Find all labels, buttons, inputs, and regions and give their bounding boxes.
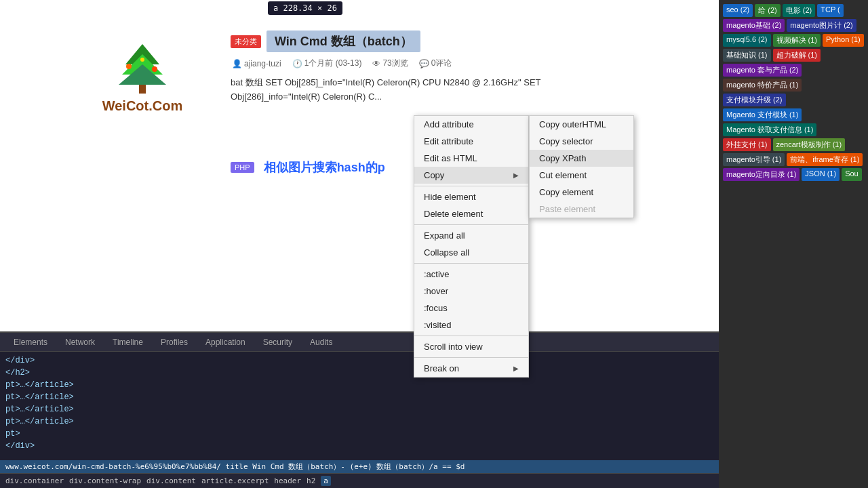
code-line-2: </h2>	[5, 367, 713, 379]
sidebar-tag[interactable]: magento 特价产品 (1)	[723, 79, 802, 92]
menu-edit-attribute[interactable]: Edit attribute	[414, 133, 528, 150]
sidebar-tag[interactable]: 电影 (2)	[783, 4, 816, 17]
breadcrumb-content[interactable]: div.content	[146, 476, 196, 485]
post-author: 👤 ajiang-tuzi	[232, 58, 281, 69]
code-line-4: pt>…</article>	[5, 391, 713, 403]
post-title-row: 未分类 Win Cmd 数组（batch）	[231, 30, 570, 52]
php-badge[interactable]: PHP	[231, 162, 254, 173]
break-on-arrow: ▶	[513, 365, 519, 372]
sidebar-tag[interactable]: magento定向目录 (1)	[723, 168, 800, 181]
logo-icon	[108, 41, 176, 95]
menu-hide-element[interactable]: Hide element	[414, 188, 528, 205]
breadcrumb-content-wrap[interactable]: div.content-wrap	[69, 476, 141, 485]
menu-focus[interactable]: :focus	[414, 300, 528, 317]
right-sidebar: seo (2)给 (2)电影 (2)TCP (magento基础 (2)mage…	[719, 0, 868, 488]
breadcrumb-a[interactable]: a	[321, 476, 331, 486]
submenu-copy-element[interactable]: Copy element	[530, 184, 633, 201]
sidebar-tag[interactable]: 给 (2)	[755, 4, 781, 17]
sidebar-tag[interactable]: seo (2)	[723, 4, 753, 17]
code-line-5: pt>…</article>	[5, 403, 713, 415]
tab-application[interactable]: Application	[197, 335, 254, 350]
devtools-tabs: Elements Network Timeline Profiles Appli…	[0, 333, 719, 352]
sidebar-tags: seo (2)给 (2)电影 (2)TCP (magento基础 (2)mage…	[719, 0, 868, 185]
menu-delete-element[interactable]: Delete element	[414, 205, 528, 222]
element-size-tooltip: a 228.34 × 26	[268, 1, 342, 15]
separator-4	[414, 336, 528, 336]
sidebar-tag[interactable]: magento图片计 (2)	[787, 19, 856, 32]
sidebar-tag[interactable]: 视频解决 (1)	[773, 34, 821, 47]
sidebar-tag[interactable]: Mgaento 支付模块 (1)	[723, 108, 802, 121]
devtools-breadcrumb: div.container div.content-wrap div.conte…	[0, 473, 719, 488]
post-excerpt: bat 数组 SET Obj[285]_info="Intel(R) Celer…	[231, 76, 570, 104]
tab-security[interactable]: Security	[255, 335, 300, 350]
breadcrumb-h2[interactable]: h2	[307, 476, 315, 485]
submenu-copy-outerhtml[interactable]: Copy outerHTML	[530, 116, 633, 133]
article-1: 未分类 Win Cmd 数组（batch） 👤 ajiang-tuzi 🕐 1个…	[231, 30, 570, 104]
submenu-paste-element[interactable]: Paste element	[530, 201, 633, 218]
menu-edit-as-html[interactable]: Edit as HTML	[414, 150, 528, 167]
submenu-cut-element[interactable]: Cut element	[530, 167, 633, 184]
breadcrumb-container[interactable]: div.container	[5, 476, 64, 485]
devtools-code-area: </div> </h2> pt>…</article> pt>…</articl…	[0, 352, 719, 460]
sidebar-tag[interactable]: 支付模块升级 (2)	[723, 94, 786, 106]
sidebar-tag[interactable]: 超力破解 (1)	[773, 49, 821, 62]
sidebar-tag[interactable]: mysql5.6 (2)	[723, 34, 771, 47]
category-badge[interactable]: 未分类	[231, 35, 261, 48]
submenu-copy-selector[interactable]: Copy selector	[530, 133, 633, 150]
sidebar-tag[interactable]: Python (1)	[823, 34, 864, 47]
separator-5	[414, 357, 528, 358]
sidebar-tag[interactable]: zencart模板制作 (1)	[773, 138, 846, 151]
code-line-8: </div>	[5, 440, 713, 452]
tab-network[interactable]: Network	[57, 335, 103, 350]
breadcrumb-header[interactable]: header	[274, 476, 301, 485]
post2-title[interactable]: 相似图片搜索hash的p	[264, 159, 385, 176]
post-views: 👁 73浏览	[372, 58, 408, 69]
post-comments: 💬 0评论	[419, 58, 452, 69]
submenu-copy-xpath[interactable]: Copy XPath	[530, 150, 633, 167]
logo-area: WeiCot.Com	[81, 41, 203, 136]
breadcrumb-article[interactable]: article.excerpt	[201, 476, 269, 485]
svg-point-5	[152, 66, 157, 72]
views-icon: 👁	[372, 59, 380, 68]
code-line-6: pt>…</article>	[5, 415, 713, 428]
sidebar-tag[interactable]: Magento 获取支付信息 (1)	[723, 123, 816, 136]
sidebar-tag[interactable]: magento 套与产品 (2)	[723, 64, 802, 77]
menu-collapse-all[interactable]: Collapse all	[414, 244, 528, 261]
separator-2	[414, 224, 528, 225]
time-icon: 🕐	[292, 59, 302, 68]
menu-hover[interactable]: :hover	[414, 283, 528, 300]
menu-active[interactable]: :active	[414, 266, 528, 283]
sidebar-tag[interactable]: magento引导 (1)	[723, 153, 785, 166]
menu-scroll-into-view[interactable]: Scroll into view	[414, 338, 528, 355]
post-meta: 👤 ajiang-tuzi 🕐 1个月前 (03-13) 👁 73浏览 💬 0评…	[232, 58, 570, 69]
code-line-1: </div>	[5, 354, 713, 367]
tab-profiles[interactable]: Profiles	[153, 335, 196, 350]
sidebar-tag[interactable]: TCP (	[817, 4, 844, 17]
separator-1	[414, 186, 528, 186]
sidebar-tag[interactable]: 基础知识 (1)	[723, 49, 771, 62]
menu-add-attribute[interactable]: Add attribute	[414, 116, 528, 133]
svg-point-4	[126, 64, 132, 69]
sidebar-tag[interactable]: 前端、iframe寄存 (1)	[787, 153, 863, 166]
left-content-area: WeiCot.Com 未分类 Win Cmd 数组（batch） 👤 ajian…	[0, 0, 719, 488]
code-line-9	[5, 452, 713, 460]
sidebar-tag[interactable]: 外挂支付 (1)	[723, 138, 771, 151]
sidebar-tag[interactable]: JSON (1)	[802, 168, 840, 181]
menu-break-on[interactable]: Break on ▶	[414, 360, 528, 377]
copy-submenu: Copy outerHTML Copy selector Copy XPath …	[529, 115, 634, 218]
logo-text[interactable]: WeiCot.Com	[81, 98, 203, 114]
context-menu: Add attribute Edit attribute Edit as HTM…	[414, 115, 529, 378]
code-line-7: pt>	[5, 428, 713, 440]
tab-timeline[interactable]: Timeline	[104, 335, 151, 350]
menu-copy[interactable]: Copy ▶	[414, 167, 528, 184]
sidebar-tag[interactable]: magento基础 (2)	[723, 19, 785, 32]
tab-audits[interactable]: Audits	[302, 335, 340, 350]
menu-visited[interactable]: :visited	[414, 317, 528, 333]
submenu-arrow: ▶	[513, 171, 519, 179]
post-title[interactable]: Win Cmd 数组（batch）	[267, 30, 420, 52]
sidebar-tag[interactable]: Sou	[842, 168, 862, 181]
author-icon: 👤	[232, 59, 242, 68]
tab-elements[interactable]: Elements	[5, 335, 56, 350]
menu-expand-all[interactable]: Expand all	[414, 227, 528, 244]
devtools-status-bar: www.weicot.com/win-cmd-batch-%e6%95%b0%e…	[0, 460, 719, 473]
